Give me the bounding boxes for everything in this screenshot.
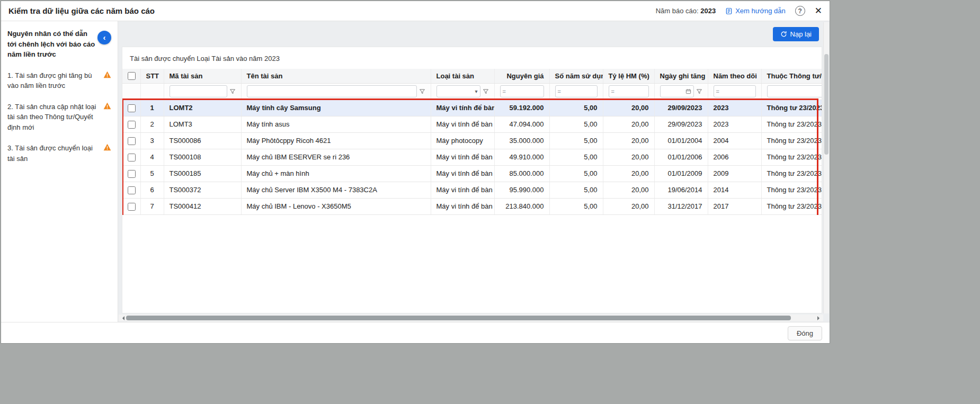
equals-operator-icon[interactable]: = [611, 88, 614, 95]
close-dialog-button[interactable]: Đóng [788, 326, 822, 340]
vertical-scrollbar[interactable] [823, 22, 829, 313]
cell-stt: 3 [140, 132, 164, 149]
cell-year: 2017 [708, 198, 761, 214]
col-stt[interactable]: STT [140, 69, 164, 83]
table-row[interactable]: 5 TS000185 Máy chủ + màn hình Máy vi tín… [122, 165, 822, 182]
cell-code: LOMT3 [164, 116, 241, 132]
cell-name: Máy chủ IBM ESERVER se ri 236 [241, 149, 431, 165]
table-row[interactable]: 4 TS000108 Máy chủ IBM ESERVER se ri 236… [122, 149, 822, 165]
view-guide-link[interactable]: Xem hướng dẫn [725, 7, 786, 15]
col-ma-tai-san[interactable]: Mã tài sản [164, 69, 241, 83]
sidebar-heading: Nguyên nhân có thể dẫn tới chênh lệch vớ… [7, 29, 111, 60]
col-nguyen-gia[interactable]: Nguyên giá [494, 69, 549, 83]
cell-code: TS000108 [164, 149, 241, 165]
cell-name: Máy chủ Server IBM X3500 M4 - 7383C2A [241, 182, 431, 198]
calendar-icon[interactable] [685, 88, 691, 94]
cell-cost: 47.094.000 [494, 116, 549, 132]
filter-cost-input[interactable] [507, 88, 541, 95]
scroll-left-arrow-icon[interactable] [120, 316, 124, 320]
cell-date: 19/06/2014 [654, 182, 708, 198]
row-checkbox[interactable] [128, 203, 136, 211]
collapse-sidebar-button[interactable]: ‹ [97, 31, 111, 44]
col-loai-tai-san[interactable]: Loại tài sản [431, 69, 494, 83]
row-checkbox[interactable] [128, 121, 136, 129]
refresh-icon [780, 31, 787, 38]
horizontal-scrollbar[interactable] [119, 315, 823, 321]
filter-name-input[interactable] [250, 88, 414, 95]
cell-type: Máy vi tính để bàn [431, 182, 494, 198]
col-thuoc-thong-tu[interactable]: Thuộc Thông tư/Quyế [761, 69, 822, 83]
equals-operator-icon[interactable]: = [558, 88, 561, 95]
cell-stt: 5 [140, 165, 164, 182]
sidebar-item-3-active[interactable]: 3. Tài sản được chuyển loại tài sản [7, 143, 111, 164]
cell-code: TS000412 [164, 198, 241, 214]
sidebar-item-1[interactable]: 1. Tài sản được ghi tăng bù vào năm liền… [7, 70, 111, 91]
equals-operator-icon[interactable]: = [503, 88, 506, 95]
horizontal-scrollbar-thumb[interactable] [126, 316, 791, 320]
filter-years-input[interactable] [563, 88, 595, 95]
filter-code-input[interactable] [172, 88, 225, 95]
chevron-down-icon[interactable]: ▾ [475, 88, 477, 94]
cell-year: 2006 [708, 149, 761, 165]
cell-cost: 35.000.000 [494, 132, 549, 149]
table-row[interactable]: 7 TS000412 Máy chủ IBM - Lenovo - X3650M… [122, 198, 822, 214]
cell-years: 5,00 [549, 198, 603, 214]
scroll-right-arrow-icon[interactable] [817, 316, 822, 320]
filter-date-input[interactable] [663, 88, 685, 95]
cell-date: 01/01/2009 [654, 165, 708, 182]
warning-icon [103, 71, 111, 91]
cell-rate: 20,00 [603, 116, 654, 132]
cell-name: Máy tính cây Samsung [241, 100, 431, 116]
header-actions: Năm báo cáo: 2023 Xem hướng dẫn ? ✕ [656, 6, 822, 16]
select-all-checkbox[interactable] [128, 72, 136, 80]
row-checkbox[interactable] [128, 170, 136, 178]
close-icon[interactable]: ✕ [815, 6, 822, 15]
view-guide-label: Xem hướng dẫn [735, 7, 786, 15]
cell-type: Máy vi tính để bàn [431, 198, 494, 214]
filter-funnel-icon[interactable] [483, 88, 489, 95]
page-title: Kiểm tra dữ liệu giữa các năm báo cáo [8, 6, 155, 15]
col-ngay-ghi-tang[interactable]: Ngày ghi tăng [654, 69, 708, 83]
cell-years: 5,00 [549, 149, 603, 165]
warning-icon [103, 102, 111, 133]
cell-stt: 2 [140, 116, 164, 132]
table-row[interactable]: 3 TS000086 Máy Phôtôcppy Ricoh 4621 Máy … [122, 132, 822, 149]
col-nam-theo-doi[interactable]: Năm theo dõi [708, 69, 761, 83]
filter-rate-input[interactable] [616, 88, 646, 95]
cell-name: Máy chủ + màn hình [241, 165, 431, 182]
row-checkbox[interactable] [128, 186, 136, 194]
row-checkbox[interactable] [128, 104, 136, 112]
col-ty-le-hm[interactable]: Tỷ lệ HM (%) [603, 69, 654, 83]
vertical-scrollbar-thumb[interactable] [824, 54, 828, 155]
cell-rate: 20,00 [603, 198, 654, 214]
cell-name: Máy chủ IBM - Lenovo - X3650M5 [241, 198, 431, 214]
filter-circular-input[interactable] [770, 88, 822, 95]
filter-funnel-icon[interactable] [419, 88, 425, 95]
filter-funnel-icon[interactable] [229, 88, 236, 95]
main-content: Nạp lại Tài sản được chuyển Loại Tài sản… [118, 21, 830, 322]
table-row[interactable]: 1 LOMT2 Máy tính cây Samsung Máy vi tính… [122, 100, 822, 116]
sidebar-item-label: 3. Tài sản được chuyển loại tài sản [7, 143, 100, 164]
cell-code: LOMT2 [164, 100, 241, 116]
table-row[interactable]: 2 LOMT3 Máy tính asus Máy vi tính để bàn… [122, 116, 822, 132]
cell-cost: 49.910.000 [494, 149, 549, 165]
table-wrapper: STT Mã tài sản Tên tài sản Loại tài sản … [122, 69, 822, 215]
cell-type: Máy vi tính để bàn [431, 165, 494, 182]
cell-rate: 20,00 [603, 165, 654, 182]
help-icon[interactable]: ? [795, 6, 805, 16]
filter-funnel-icon[interactable] [696, 88, 702, 95]
filter-year-input[interactable] [721, 88, 753, 95]
report-year-value: 2023 [700, 7, 716, 15]
cell-code: TS000086 [164, 132, 241, 149]
col-so-nam[interactable]: Số năm sử dụng [549, 69, 603, 83]
filter-type-select[interactable] [439, 88, 475, 95]
col-ten-tai-san[interactable]: Tên tài sản [241, 69, 431, 83]
table-row[interactable]: 6 TS000372 Máy chủ Server IBM X3500 M4 -… [122, 182, 822, 198]
equals-operator-icon[interactable]: = [716, 88, 719, 95]
reload-button[interactable]: Nạp lại [773, 27, 819, 41]
row-checkbox[interactable] [128, 137, 136, 145]
sidebar-item-2[interactable]: 2. Tài sản chưa cập nhật loại tài sản th… [7, 102, 111, 133]
report-year-label: Năm báo cáo: [656, 7, 699, 15]
row-checkbox[interactable] [128, 154, 136, 161]
sidebar-item-label: 2. Tài sản chưa cập nhật loại tài sản th… [7, 102, 100, 133]
